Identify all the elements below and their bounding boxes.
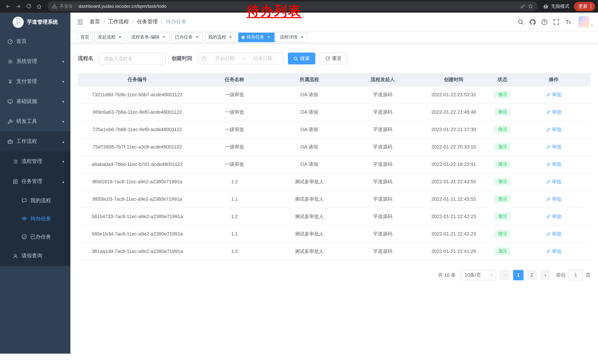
- bookmark-star-icon[interactable]: [528, 4, 533, 9]
- approve-link[interactable]: 审批: [546, 231, 562, 237]
- approve-link[interactable]: 审批: [546, 144, 562, 150]
- breadcrumb-separator: /: [132, 19, 134, 25]
- reset-button[interactable]: 重置: [320, 53, 347, 65]
- sidebar-item-my-process[interactable]: 我的流程: [0, 191, 70, 210]
- warning-icon: [52, 4, 57, 9]
- cell-initiator: 芋道源码: [346, 243, 419, 260]
- sidebar-item-done-tasks[interactable]: 已办任务: [0, 228, 70, 246]
- user-menu[interactable]: ▾: [578, 16, 593, 27]
- sidebar-item-label: 系统管理: [16, 58, 37, 65]
- sidebar-item-leave-query[interactable]: 请假查询: [0, 246, 70, 266]
- sidebar-item-todo-tasks[interactable]: 待办任务: [0, 210, 70, 228]
- approve-link[interactable]: 审批: [546, 161, 562, 168]
- list-icon: [13, 159, 18, 164]
- browser-update-button[interactable]: 更新: [574, 2, 595, 11]
- search-button[interactable]: 搜索: [288, 53, 315, 65]
- logo[interactable]: 芋道管理系统: [0, 13, 70, 32]
- cell-create-time: 2022-01-22 20:33:10: [419, 138, 488, 155]
- sidebar-item-infra[interactable]: 基础设施▾: [0, 91, 70, 112]
- page-unit-label: 页: [586, 272, 590, 278]
- close-icon[interactable]: ×: [161, 35, 166, 40]
- main-area: 首页/工作流程/任务管理/待办任务 ▾ 首页发起流程×流程表单-编辑×已办任务×…: [70, 13, 598, 354]
- process-name-input[interactable]: [99, 53, 166, 65]
- table-row: 725a1eb6-7b88-11ec-8ef0-acde48001122一级审批…: [78, 121, 590, 138]
- font-size-icon[interactable]: [565, 19, 571, 25]
- approve-link[interactable]: 审批: [546, 126, 562, 133]
- chevron-up-icon: ▴: [62, 139, 64, 144]
- close-icon[interactable]: ×: [299, 35, 305, 40]
- chevron-down-icon: ▾: [490, 273, 492, 277]
- approve-link[interactable]: 审批: [546, 248, 562, 255]
- tab-form-edit[interactable]: 流程表单-编辑×: [128, 32, 170, 42]
- search-icon: [293, 56, 298, 61]
- close-icon[interactable]: ×: [117, 35, 123, 40]
- cell-initiator: 芋道源码: [346, 208, 419, 225]
- sidebar-item-label: 我的流程: [30, 197, 51, 204]
- help-icon[interactable]: [541, 19, 548, 25]
- sidebar-item-process-mgmt[interactable]: 流程管理▾: [0, 152, 70, 171]
- sidebar-item-label: 待办任务: [30, 215, 51, 222]
- table-row: 58154733-7ac8-11ec-a9e2-a2380e71991a1.2测…: [78, 208, 590, 225]
- approve-link[interactable]: 审批: [546, 109, 562, 115]
- sidebar-item-system[interactable]: 系统管理▾: [0, 51, 70, 72]
- column-header: 所属流程: [272, 73, 346, 86]
- chevron-down-icon: ▾: [62, 99, 64, 104]
- table-row: 75d72608-7b7f-11ec-a3c8-acde48001122一级审批…: [78, 138, 590, 155]
- cell-process: 测试多审批人: [272, 243, 346, 260]
- page-size-select[interactable]: 10条/页 ▾: [461, 270, 496, 280]
- close-icon[interactable]: ×: [266, 35, 271, 40]
- gear-icon: [8, 59, 13, 64]
- breadcrumb-separator: /: [161, 19, 163, 25]
- tab-todo-tasks[interactable]: 待办任务×: [238, 32, 274, 42]
- fullscreen-icon[interactable]: [553, 19, 559, 25]
- next-page-button[interactable]: ›: [540, 270, 551, 280]
- cell-initiator: 芋道源码: [346, 155, 419, 173]
- browser-refresh-button[interactable]: [24, 1, 33, 11]
- sidebar-item-task-mgmt[interactable]: 任务管理▴: [0, 171, 70, 191]
- tags-view: 首页发起流程×流程表单-编辑×已办任务×我的流程×待办任务×流程详情×: [70, 31, 598, 44]
- process-name-label: 流程名: [78, 55, 93, 62]
- close-icon[interactable]: ×: [228, 35, 233, 40]
- date-range-picker[interactable]: 开始日期 - 结束日期: [198, 53, 283, 65]
- pagination: 共 16 条 10条/页 ▾ ‹ 12 › 前往 页: [78, 270, 590, 280]
- breadcrumb-item[interactable]: 工作流程: [108, 18, 129, 25]
- incognito-icon: [543, 3, 549, 9]
- breadcrumb-item[interactable]: 首页: [90, 18, 100, 25]
- sidebar-item-payment[interactable]: 支付管理▾: [0, 72, 70, 91]
- sidebar-collapse-button[interactable]: [70, 13, 90, 31]
- tab-process-detail[interactable]: 流程详情×: [276, 32, 308, 42]
- start-date-placeholder: 开始日期: [208, 55, 241, 62]
- address-bar[interactable]: 不安全 dashboard.yudao.iocoder.cn/bpm/task/…: [47, 1, 538, 11]
- approve-link[interactable]: 审批: [546, 91, 562, 98]
- browser-back-button[interactable]: [3, 1, 13, 11]
- cell-initiator: 芋道源码: [346, 225, 419, 243]
- breadcrumb-item[interactable]: 任务管理: [137, 18, 158, 25]
- cell-initiator: 芋道源码: [346, 103, 419, 121]
- approve-link[interactable]: 审批: [546, 196, 562, 202]
- home-icon: [36, 4, 42, 9]
- tab-done-tasks[interactable]: 已办任务×: [172, 32, 203, 42]
- browser-home-button[interactable]: [34, 1, 44, 11]
- page-button-2[interactable]: 2: [526, 270, 537, 280]
- browser-forward-button[interactable]: [13, 1, 23, 11]
- search-icon[interactable]: [518, 19, 524, 25]
- tab-home[interactable]: 首页: [77, 32, 93, 42]
- key-icon[interactable]: [520, 4, 525, 9]
- page-content: 流程名 创建时间 开始日期 - 结束日期 搜索: [70, 44, 598, 354]
- approve-link[interactable]: 审批: [546, 178, 562, 185]
- tab-my-process[interactable]: 我的流程×: [205, 32, 236, 42]
- tools-icon: [8, 119, 13, 124]
- goto-page-input[interactable]: [568, 270, 583, 280]
- sidebar-item-home[interactable]: 首页: [0, 32, 70, 51]
- sidebar-item-devtools[interactable]: 研发工具▾: [0, 112, 70, 131]
- kebab-menu-icon[interactable]: [588, 4, 594, 9]
- cell-process: 测试多审批人: [272, 173, 346, 190]
- tab-start-process[interactable]: 发起流程×: [94, 32, 126, 42]
- page-button-1[interactable]: 1: [513, 270, 523, 280]
- status-badge: 激活: [494, 126, 511, 133]
- approve-link[interactable]: 审批: [546, 213, 562, 220]
- prev-page-button[interactable]: ‹: [499, 270, 510, 280]
- github-icon[interactable]: [530, 19, 536, 25]
- sidebar-item-workflow[interactable]: 工作流程▴: [0, 131, 70, 152]
- close-icon[interactable]: ×: [194, 35, 200, 40]
